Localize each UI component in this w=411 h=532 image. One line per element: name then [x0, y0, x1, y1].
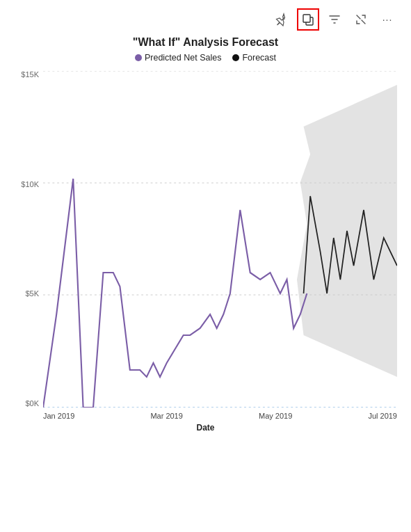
y-label-15k: $15K [21, 71, 39, 79]
x-label-may: May 2019 [259, 412, 292, 420]
x-label-mar: Mar 2019 [150, 412, 182, 420]
toolbar: ··· [0, 0, 411, 36]
legend-item-predicted: Predicted Net Sales [135, 53, 221, 63]
y-label-0k: $0K [25, 400, 39, 408]
chart-title: "What If" Analysis Forecast [14, 36, 397, 49]
legend: Predicted Net Sales Forecast [14, 53, 397, 63]
y-label-10k: $10K [21, 181, 39, 188]
pin-icon[interactable] [271, 8, 293, 31]
predicted-label: Predicted Net Sales [145, 53, 221, 63]
svg-rect-1 [303, 15, 310, 22]
chart-area: $15K $10K $5K $0K J [14, 71, 397, 433]
copy-icon[interactable] [297, 8, 319, 31]
forecast-label: Forecast [242, 53, 276, 63]
x-axis-labels: Jan 2019 Mar 2019 May 2019 Jul 2019 [43, 412, 397, 420]
y-axis-labels: $15K $10K $5K $0K [14, 71, 43, 408]
legend-item-forecast: Forecast [232, 53, 276, 63]
chart-inner [43, 71, 397, 408]
y-label-5k: $5K [25, 290, 39, 298]
filter-icon[interactable] [323, 8, 346, 31]
chart-container: "What If" Analysis Forecast Predicted Ne… [0, 36, 411, 440]
x-label-jul: Jul 2019 [368, 412, 397, 420]
more-icon[interactable]: ··· [376, 8, 398, 31]
expand-icon[interactable] [350, 8, 372, 31]
chart-svg [43, 71, 397, 408]
forecast-dot [232, 54, 239, 61]
x-axis-title: Date [14, 423, 397, 433]
predicted-dot [135, 54, 142, 61]
x-label-jan: Jan 2019 [43, 412, 74, 420]
